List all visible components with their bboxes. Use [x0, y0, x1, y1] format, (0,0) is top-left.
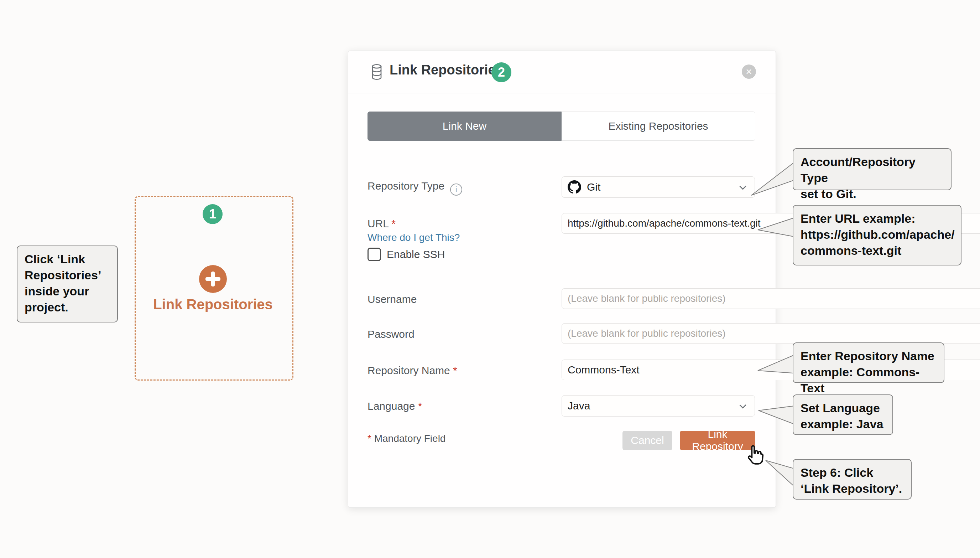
- password-input[interactable]: [561, 323, 980, 344]
- url-required-mark: *: [391, 218, 396, 230]
- url-label: URL *: [368, 218, 396, 230]
- dialog-header: Link Repositories 2 ×: [348, 51, 775, 94]
- database-icon: [370, 64, 383, 80]
- callout-repository-type: Account/Repository Type set to Git.: [793, 148, 952, 190]
- callout-repository-name: Enter Repository Name example: Commons-T…: [793, 342, 944, 383]
- repository-name-label: Repository Name *: [368, 364, 457, 377]
- language-label-text: Language: [368, 400, 415, 412]
- mandatory-required-mark: *: [368, 433, 371, 444]
- mandatory-note-text: Mandatory Field: [374, 433, 446, 444]
- tutorial-screen: Click ‘Link Repositories’ inside your pr…: [0, 0, 980, 558]
- link-repositories-dialog: Link Repositories 2 × Link New Existing …: [348, 51, 776, 508]
- repository-name-required-mark: *: [453, 364, 457, 376]
- add-repository-plus-button[interactable]: [199, 265, 227, 293]
- callout-language: Set Language example: Java: [793, 394, 893, 435]
- enable-ssh-label: Enable SSH: [387, 248, 445, 261]
- username-input[interactable]: [561, 288, 980, 309]
- left-instruction-note: Click ‘Link Repositories’ inside your pr…: [17, 246, 118, 322]
- chevron-down-icon: [737, 400, 749, 412]
- tab-link-new[interactable]: Link New: [368, 112, 561, 141]
- link-repositories-trigger[interactable]: Link Repositories: [134, 297, 291, 312]
- github-icon: [568, 180, 581, 194]
- repository-name-label-text: Repository Name: [368, 364, 450, 376]
- tab-existing-repositories[interactable]: Existing Repositories: [561, 112, 755, 141]
- dialog-tabs: Link New Existing Repositories: [368, 112, 755, 141]
- language-label: Language *: [368, 400, 422, 412]
- step-2-badge: 2: [491, 62, 511, 82]
- repository-type-value: Git: [587, 181, 600, 193]
- username-label: Username: [368, 293, 417, 305]
- close-icon[interactable]: ×: [742, 64, 756, 79]
- repository-type-label: Repository Typei: [368, 180, 462, 195]
- password-label: Password: [368, 328, 414, 340]
- language-required-mark: *: [418, 400, 422, 412]
- repository-type-select[interactable]: Git: [561, 176, 755, 198]
- hand-cursor-icon: [744, 443, 767, 467]
- repository-type-label-text: Repository Type: [368, 180, 444, 192]
- callout-url: Enter URL example: https://github.com/ap…: [793, 205, 962, 266]
- language-select[interactable]: Java: [561, 395, 755, 417]
- info-icon[interactable]: i: [450, 184, 462, 195]
- mandatory-field-note: * Mandatory Field: [368, 433, 445, 444]
- where-do-i-get-this-link[interactable]: Where do I get This?: [368, 232, 460, 243]
- language-value: Java: [568, 400, 590, 412]
- enable-ssh-checkbox[interactable]: [368, 248, 381, 261]
- dialog-title: Link Repositories: [389, 62, 503, 78]
- callout-step-6: Step 6: Click ‘Link Repository’.: [793, 459, 911, 500]
- cancel-button[interactable]: Cancel: [622, 431, 672, 450]
- enable-ssh-row: Enable SSH: [368, 248, 445, 261]
- chevron-down-icon: [737, 181, 749, 193]
- step-1-badge: 1: [203, 204, 223, 224]
- url-label-text: URL: [368, 218, 388, 230]
